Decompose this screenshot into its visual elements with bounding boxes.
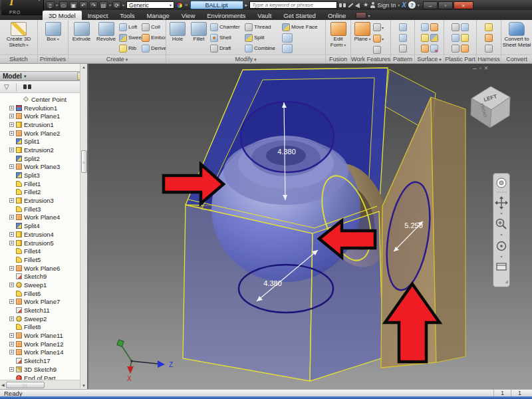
- tab-view[interactable]: View: [176, 11, 201, 20]
- tree-item[interactable]: Center Point: [0, 95, 87, 104]
- chamfer-button[interactable]: Chamfer: [209, 22, 244, 32]
- ucs-button[interactable]: [373, 45, 389, 55]
- expand-toggle[interactable]: +: [9, 333, 14, 338]
- expand-toggle[interactable]: +: [9, 114, 14, 118]
- doc-restore-icon[interactable]: ▫: [479, 65, 485, 72]
- scroll-up-icon[interactable]: ▲: [82, 64, 86, 70]
- tree-item[interactable]: Fillet6: [0, 289, 87, 298]
- redo-icon[interactable]: ↷: [89, 1, 98, 9]
- pan-caret-icon[interactable]: ▾: [500, 211, 502, 215]
- expand-toggle[interactable]: +: [9, 106, 14, 110]
- circular-pattern-button[interactable]: [398, 33, 408, 43]
- tree-item[interactable]: Sketch9: [0, 272, 87, 281]
- new-file-caret-icon[interactable]: ▾: [56, 3, 58, 7]
- save-icon[interactable]: ▣: [69, 1, 78, 9]
- update-caret-icon[interactable]: ▾: [122, 3, 124, 7]
- expand-toggle[interactable]: +: [9, 164, 14, 169]
- tree-item[interactable]: +Work Plane3: [0, 163, 87, 172]
- panel-caption-sketch[interactable]: Sketch: [0, 55, 37, 63]
- tree-item[interactable]: +Sweep2: [0, 315, 87, 323]
- title-expand-arrow-icon[interactable]: ▸: [245, 3, 248, 8]
- panel-caption-work-features[interactable]: Work Features: [351, 55, 390, 63]
- tree-item[interactable]: +Extrusion4: [0, 230, 87, 239]
- harness-route-button[interactable]: [484, 33, 493, 43]
- tab-online[interactable]: Online: [322, 11, 352, 20]
- expand-toggle[interactable]: +: [9, 350, 14, 354]
- patch-button[interactable]: [420, 33, 430, 43]
- tree-item[interactable]: Fillet2: [0, 188, 87, 197]
- move-face-button[interactable]: Move Face: [281, 22, 323, 32]
- tree-item[interactable]: +Work Plane14: [0, 348, 87, 357]
- filter-icon[interactable]: ▽: [4, 83, 9, 90]
- expand-toggle[interactable]: +: [9, 266, 14, 271]
- tab-tools[interactable]: Tools: [114, 11, 140, 20]
- revolve-button[interactable]: Revolve: [94, 21, 118, 43]
- tab-environments[interactable]: Environments: [201, 11, 251, 20]
- scroll-down-icon[interactable]: ▼: [82, 382, 86, 389]
- expand-toggle[interactable]: +: [9, 215, 14, 219]
- tree-item[interactable]: +Extrusion2: [0, 146, 87, 154]
- tree-item[interactable]: +Work Plane6: [0, 264, 87, 273]
- sign-in-button[interactable]: Sign In: [377, 2, 396, 9]
- expand-toggle[interactable]: +: [9, 241, 14, 245]
- navigation-wheel-icon[interactable]: [497, 178, 506, 188]
- tree-item[interactable]: Fillet5: [0, 255, 87, 264]
- print-caret-icon[interactable]: ▾: [109, 3, 111, 7]
- rectangular-pattern-button[interactable]: [398, 22, 408, 32]
- tree-item[interactable]: +Revolution1: [0, 104, 87, 112]
- help-caret-icon[interactable]: ▾: [418, 3, 420, 7]
- stitch-button[interactable]: [420, 22, 430, 32]
- draft-button[interactable]: Draft: [209, 43, 244, 53]
- scroll-left-icon[interactable]: ◀: [1, 382, 5, 387]
- split-button[interactable]: Split: [244, 33, 281, 43]
- loft-button[interactable]: Loft: [118, 22, 141, 32]
- tab-inspect[interactable]: Inspect: [82, 11, 114, 20]
- exchange-apps-icon[interactable]: X: [402, 1, 406, 9]
- tree-item[interactable]: Sketch17: [0, 356, 87, 365]
- expand-toggle[interactable]: +: [9, 299, 14, 304]
- open-file-icon[interactable]: ▭: [59, 1, 68, 9]
- tab-manage[interactable]: Manage: [141, 11, 176, 20]
- update-icon[interactable]: ⟳: [112, 1, 121, 9]
- extrude-button[interactable]: Extrude: [69, 21, 94, 43]
- browser-header[interactable]: Model ▾ ?: [0, 71, 87, 81]
- dimension-right-value[interactable]: 5.250: [404, 221, 423, 229]
- derive-button[interactable]: Derive: [141, 43, 166, 53]
- 3d-viewport[interactable]: 4.380 4.380 5.250: [88, 64, 532, 389]
- delete-face-button[interactable]: [430, 43, 439, 53]
- boss-button[interactable]: [451, 33, 460, 43]
- combine-button[interactable]: Combine: [244, 43, 281, 53]
- communication-center-icon[interactable]: [355, 2, 362, 9]
- lip-button[interactable]: [460, 43, 469, 53]
- grill-button[interactable]: [451, 22, 460, 32]
- tree-item[interactable]: Fillet1: [0, 180, 87, 188]
- zoom-caret-icon[interactable]: ▾: [500, 233, 502, 237]
- dimension-top-value[interactable]: 4.380: [277, 148, 296, 156]
- search-binoculars-icon[interactable]: [339, 3, 342, 7]
- search-input[interactable]: [249, 1, 337, 9]
- look-at-icon[interactable]: [497, 263, 506, 270]
- close-button[interactable]: ×: [454, 1, 473, 9]
- tree-item[interactable]: Split4: [0, 221, 87, 230]
- qat-overflow-chevron[interactable]: »: [185, 2, 188, 8]
- expand-toggle[interactable]: +: [9, 232, 14, 237]
- sign-in-person-icon[interactable]: [370, 2, 375, 8]
- print-icon[interactable]: ▤: [99, 1, 108, 9]
- tree-item[interactable]: Sketch11: [0, 306, 87, 315]
- maximize-button[interactable]: ▫: [438, 1, 453, 9]
- browser-vertical-scrollbar[interactable]: ▲ ≡ ▼: [80, 64, 87, 389]
- snap-fit-button[interactable]: [460, 22, 469, 32]
- sculpt-button[interactable]: [420, 43, 430, 53]
- camera-icon[interactable]: [356, 12, 366, 19]
- panel-caption-surface[interactable]: Surface: [415, 55, 444, 63]
- tree-item[interactable]: +Extrusion1: [0, 120, 87, 129]
- undo-icon[interactable]: ↶: [79, 1, 88, 9]
- tree-item[interactable]: +Work Plane12: [0, 340, 87, 348]
- point-button[interactable]: ▾: [373, 33, 389, 44]
- emboss-button[interactable]: Emboss: [141, 33, 166, 43]
- convert-to-sheet-metal-button[interactable]: Convert to Sheet Metal: [502, 21, 531, 49]
- expand-toggle[interactable]: +: [9, 198, 14, 203]
- expand-toggle[interactable]: +: [9, 283, 14, 287]
- panel-caption-harness[interactable]: Harness: [477, 55, 501, 63]
- color-wheel-icon[interactable]: [176, 2, 183, 9]
